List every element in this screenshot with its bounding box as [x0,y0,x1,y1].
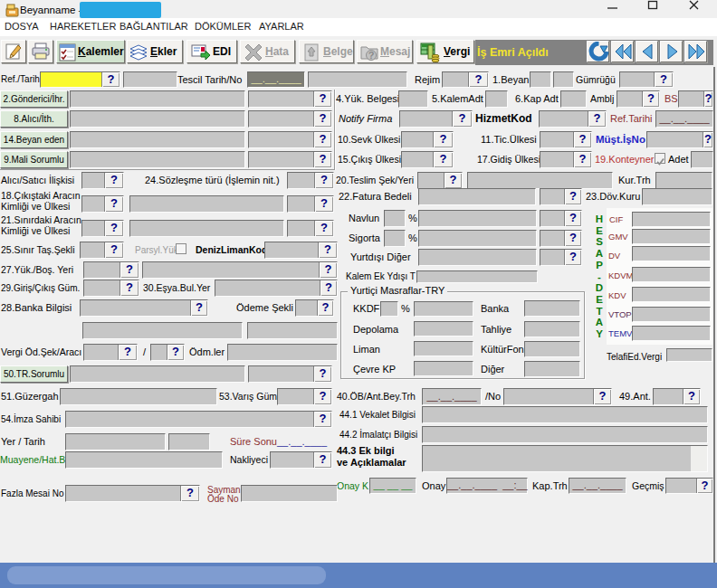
svg-text:?: ? [368,50,375,61]
